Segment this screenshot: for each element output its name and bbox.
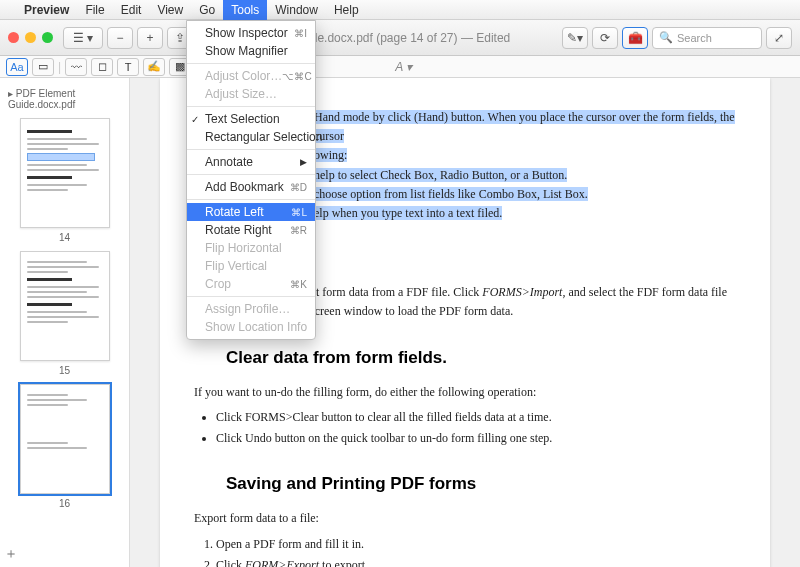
menubar-tools[interactable]: Tools — [223, 0, 267, 20]
search-field[interactable]: 🔍 Search — [652, 27, 762, 49]
zoom-out-button[interactable]: − — [107, 27, 133, 49]
view-mode-button[interactable]: ☰ ▾ — [63, 27, 103, 49]
menu-item-assign-profile-: Assign Profile… — [187, 300, 315, 318]
menu-item-show-magnifier[interactable]: Show Magnifier — [187, 42, 315, 60]
selected-text: Hand mode by click (Hand) button. When y… — [314, 110, 735, 143]
window-controls — [8, 32, 53, 43]
thumbnail-14[interactable] — [20, 118, 110, 228]
search-placeholder: Search — [677, 32, 712, 44]
sidebar-doc-title: ▸ PDF Element Guide.docx.pdf — [8, 88, 121, 110]
thumb-label-16: 16 — [6, 498, 123, 509]
zoom-out-icon: − — [116, 31, 123, 45]
menu-item-show-inspector[interactable]: Show Inspector⌘I — [187, 24, 315, 42]
menu-item-rotate-right[interactable]: Rotate Right⌘R — [187, 221, 315, 239]
thumbnail-15[interactable] — [20, 251, 110, 361]
menubar-view[interactable]: View — [149, 0, 191, 20]
menubar-help[interactable]: Help — [326, 0, 367, 20]
highlight-button[interactable]: ✎▾ — [562, 27, 588, 49]
rotate-icon: ⟳ — [600, 31, 610, 45]
toolbox-icon: 🧰 — [628, 31, 643, 45]
zoom-window[interactable] — [42, 32, 53, 43]
menubar-file[interactable]: File — [77, 0, 112, 20]
thumb-label-15: 15 — [6, 365, 123, 376]
text-tool[interactable]: T — [117, 58, 139, 76]
menu-item-show-location-info: Show Location Info — [187, 318, 315, 336]
markup-toolbar-button[interactable]: 🧰 — [622, 27, 648, 49]
tools-menu: Show Inspector⌘IShow MagnifierAdjust Col… — [186, 20, 316, 340]
toolbar: ☰ ▾ − + ⇪ Element Guide.docx.pdf (page 1… — [0, 20, 800, 56]
shapes-tool[interactable]: ◻ — [91, 58, 113, 76]
menu-item-add-bookmark[interactable]: Add Bookmark⌘D — [187, 178, 315, 196]
main-area: ▸ PDF Element Guide.docx.pdf 14 15 — [0, 78, 800, 567]
text-select-mode[interactable]: Aa — [6, 58, 28, 76]
zoom-in-button[interactable]: + — [137, 27, 163, 49]
menubar-edit[interactable]: Edit — [113, 0, 150, 20]
menubar-app[interactable]: Preview — [16, 0, 77, 20]
menu-item-annotate[interactable]: Annotate▶ — [187, 153, 315, 171]
sketch-tool[interactable]: 〰 — [65, 58, 87, 76]
thumb-label-14: 14 — [6, 232, 123, 243]
fullscreen-button[interactable]: ⤢ — [766, 27, 792, 49]
menu-item-rotate-left[interactable]: Rotate Left⌘L — [187, 203, 315, 221]
menu-item-flip-vertical: Flip Vertical — [187, 257, 315, 275]
sign-tool[interactable]: ✍ — [143, 58, 165, 76]
rect-select-mode[interactable]: ▭ — [32, 58, 54, 76]
heading-clear: Clear data from form fields. — [226, 344, 736, 371]
menu-item-crop: Crop⌘K — [187, 275, 315, 293]
menu-item-adjust-color-: Adjust Color…⌥⌘C — [187, 67, 315, 85]
thumbnail-16[interactable] — [20, 384, 110, 494]
add-page-button[interactable]: ＋ — [4, 545, 18, 563]
pencil-icon: ✎ — [567, 31, 577, 45]
minimize-window[interactable] — [25, 32, 36, 43]
close-window[interactable] — [8, 32, 19, 43]
markup-toolbar: Aa ▭ | 〰 ◻ T ✍ ▩ A ▾ — [0, 56, 800, 78]
rotate-button[interactable]: ⟳ — [592, 27, 618, 49]
menu-item-rectangular-selection[interactable]: Rectangular Selection — [187, 128, 315, 146]
search-icon: 🔍 — [659, 31, 673, 44]
menubar-go[interactable]: Go — [191, 0, 223, 20]
fullscreen-icon: ⤢ — [774, 31, 784, 45]
zoom-in-icon: + — [146, 31, 153, 45]
menu-item-adjust-size-: Adjust Size… — [187, 85, 315, 103]
heading-save: Saving and Printing PDF forms — [226, 470, 736, 497]
share-icon: ⇪ — [175, 31, 185, 45]
menu-item-flip-horizontal: Flip Horizontal — [187, 239, 315, 257]
menu-item-text-selection[interactable]: ✓Text Selection — [187, 110, 315, 128]
thumbnails-sidebar[interactable]: ▸ PDF Element Guide.docx.pdf 14 15 — [0, 78, 130, 567]
menubar-window[interactable]: Window — [267, 0, 326, 20]
menubar: Preview File Edit View Go Tools Window H… — [0, 0, 800, 20]
